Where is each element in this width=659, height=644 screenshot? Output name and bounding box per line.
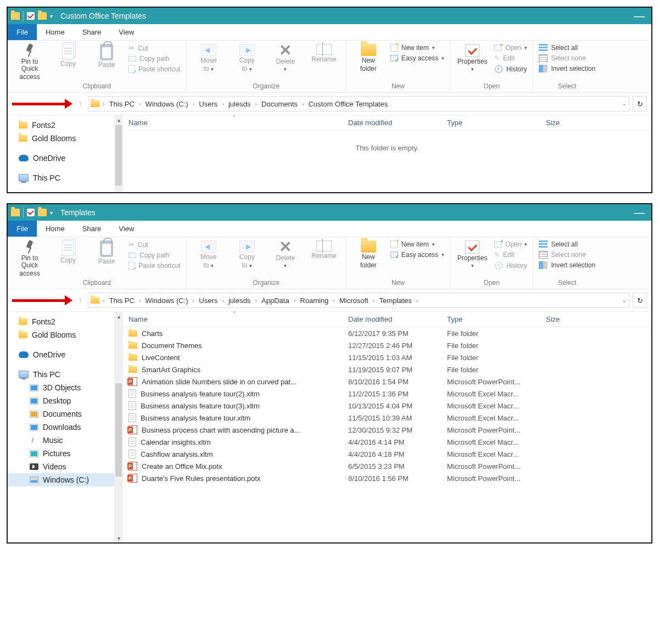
scrollbar[interactable]: ▴ ▾ (114, 312, 123, 542)
select-none-button[interactable]: Select none (539, 251, 595, 259)
breadcrumb-item[interactable]: Windows (C:) (144, 100, 189, 108)
column-date[interactable]: Date modified (343, 315, 442, 323)
qat-dropdown-icon[interactable]: ▾ (50, 210, 53, 216)
copy-to-button[interactable]: Copyto ▾ (231, 239, 264, 270)
pin-to-quick-access-button[interactable]: Pin to Quickaccess (13, 239, 46, 277)
address-dropdown-icon[interactable]: ⌄ (622, 101, 627, 107)
refresh-button[interactable]: ↻ (633, 96, 647, 111)
scroll-down-icon[interactable]: ▾ (114, 534, 123, 542)
tab-view[interactable]: View (110, 221, 143, 237)
new-folder-qat-icon[interactable] (38, 12, 47, 20)
properties-qat-icon[interactable] (27, 12, 35, 20)
copy-to-button[interactable]: Copy to ▾ (231, 43, 264, 73)
column-date[interactable]: Date modified (343, 119, 442, 127)
tab-share[interactable]: Share (74, 221, 110, 237)
breadcrumb-item[interactable]: Custom Office Templates (307, 100, 389, 108)
breadcrumb-item[interactable]: AppData (260, 296, 291, 305)
file-row[interactable]: Cashflow analysis.xltm4/4/2016 4:18 PMMi… (123, 448, 651, 460)
minimize-button[interactable]: — (634, 206, 645, 219)
address-dropdown-icon[interactable]: ⌄ (622, 298, 627, 303)
address-bar[interactable]: › This PC› Windows (C:)› Users› julesds›… (88, 96, 629, 111)
column-size[interactable]: Size (540, 315, 573, 323)
sidebar-item[interactable]: Windows (C:) (8, 473, 123, 486)
tab-file[interactable]: File (8, 24, 37, 40)
breadcrumb-item[interactable]: julesds (227, 100, 252, 108)
open-button[interactable]: Open ▾ (494, 44, 527, 52)
edit-button[interactable]: Edit (494, 54, 527, 62)
sidebar-item[interactable]: 3D Objects (8, 381, 123, 394)
sidebar-item-onedrive[interactable]: OneDrive (8, 152, 123, 165)
sidebar-item[interactable]: Documents (8, 407, 123, 421)
sidebar-item[interactable]: Fonts2 (8, 315, 123, 328)
copy-button[interactable]: Copy (52, 239, 85, 264)
rename-button[interactable]: Rename (308, 239, 340, 260)
breadcrumb-item[interactable]: Templates (378, 296, 412, 305)
breadcrumb-item[interactable]: Users (198, 100, 219, 108)
rename-button[interactable]: Rename (308, 43, 340, 63)
breadcrumb-item[interactable]: Microsoft (338, 296, 370, 305)
copy-button[interactable]: Copy (52, 43, 85, 68)
file-row[interactable]: Business analysis feature tour(3).xltm10… (123, 400, 651, 412)
tab-file[interactable]: File (8, 221, 37, 237)
properties-qat-icon[interactable] (27, 209, 35, 216)
sidebar-item[interactable]: Downloads (8, 421, 123, 434)
sidebar-item[interactable]: Pictures (8, 447, 123, 460)
column-type[interactable]: Type (442, 119, 540, 127)
title-bar[interactable]: ▾ Custom Office Templates — (8, 8, 651, 24)
easy-access-button[interactable]: Easy access ▾ (390, 251, 444, 259)
refresh-button[interactable]: ↻ (633, 293, 647, 308)
invert-selection-button[interactable]: Invert selection (539, 261, 595, 269)
minimize-button[interactable]: — (634, 10, 645, 23)
file-row[interactable]: Business analysis feature tour(2).xltm11… (123, 388, 651, 400)
column-size[interactable]: Size (540, 119, 573, 127)
file-row[interactable]: Charts6/12/2017 9:35 PMFile folder (123, 327, 651, 339)
file-row[interactable]: Business analysis feature tour.xltm11/5/… (123, 412, 651, 424)
address-bar[interactable]: › This PC› Windows (C:)› Users› julesds›… (88, 293, 629, 308)
breadcrumb-item[interactable]: Documents (260, 100, 299, 108)
sidebar-item-thispc[interactable]: This PC (8, 171, 123, 184)
paste-button[interactable]: Paste (90, 239, 123, 265)
scrollbar[interactable]: ▴ (114, 115, 123, 192)
breadcrumb-item[interactable]: julesds (227, 296, 252, 305)
breadcrumb-item[interactable]: This PC (108, 100, 136, 108)
sidebar-item[interactable]: Desktop (8, 394, 123, 407)
breadcrumb-item[interactable]: Roaming (299, 296, 330, 305)
sidebar-item[interactable]: Music (8, 434, 123, 447)
cut-button[interactable]: Cut (129, 44, 181, 52)
delete-button[interactable]: ✕ Delete ▾ (269, 43, 302, 72)
easy-access-button[interactable]: Easy access ▾ (390, 54, 444, 62)
scroll-thumb[interactable] (115, 383, 122, 477)
scroll-up-icon[interactable]: ▴ (114, 312, 123, 321)
qat-dropdown-icon[interactable]: ▾ (50, 13, 53, 19)
nav-up-icon[interactable]: ↑ (76, 295, 85, 305)
sidebar-item[interactable]: Fonts2 (8, 119, 123, 132)
file-row[interactable]: Calendar insights.xltm4/4/2016 4:14 PMMi… (123, 436, 651, 448)
file-row[interactable]: SmartArt Graphics11/19/2015 9:07 PMFile … (123, 363, 651, 376)
select-none-button[interactable]: Select none (539, 54, 595, 62)
scroll-thumb[interactable] (115, 125, 122, 186)
scroll-up-icon[interactable]: ▴ (114, 115, 123, 124)
paste-button[interactable]: Paste (90, 43, 123, 69)
move-to-button[interactable]: Move to ▾ (192, 43, 225, 73)
breadcrumb-item[interactable]: Users (198, 296, 219, 305)
paste-shortcut-button[interactable]: Paste shortcut (129, 65, 181, 73)
new-item-button[interactable]: New item ▾ (390, 44, 444, 52)
properties-button[interactable]: Properties ▾ (456, 43, 489, 72)
delete-button[interactable]: ✕Delete▾ (269, 239, 302, 268)
chevron-right-icon[interactable]: › (102, 100, 106, 107)
navigation-pane[interactable]: Fonts2 Gold Blooms OneDrive This PC ▴ (8, 115, 123, 192)
tab-home[interactable]: Home (37, 24, 74, 40)
file-row[interactable]: Create an Office Mix.potx6/5/2015 3:23 P… (123, 460, 651, 472)
history-button[interactable]: History (494, 65, 527, 73)
file-row[interactable]: Document Themes12/27/2015 2:46 PMFile fo… (123, 339, 651, 351)
copy-path-button[interactable]: Copy path (129, 55, 181, 63)
file-row[interactable]: Animation slide Numbers slide in on curv… (123, 376, 651, 388)
new-item-button[interactable]: New item ▾ (390, 240, 444, 248)
tab-home[interactable]: Home (37, 221, 74, 237)
copy-path-button[interactable]: Copy path (129, 251, 181, 259)
select-all-button[interactable]: Select all (539, 44, 595, 52)
sidebar-item[interactable]: Gold Blooms (8, 132, 123, 145)
tab-view[interactable]: View (110, 24, 143, 40)
paste-shortcut-button[interactable]: Paste shortcut (129, 262, 181, 270)
title-bar[interactable]: ▾ Templates — (8, 204, 651, 221)
